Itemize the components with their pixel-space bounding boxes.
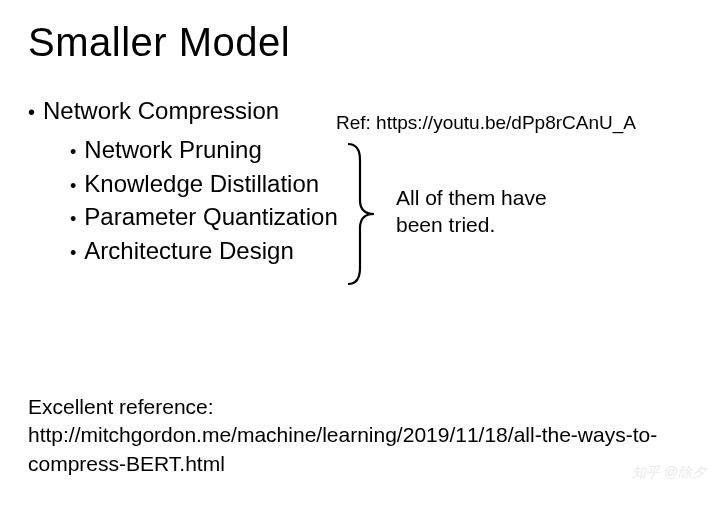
curly-brace-icon	[340, 140, 380, 288]
brace-annotation: All of them have been tried.	[396, 184, 547, 239]
sub-bullet-text: Architecture Design	[84, 234, 293, 268]
sub-bullet-text: Parameter Quantization	[84, 200, 337, 234]
bullet-dot-icon: •	[70, 140, 76, 165]
sub-bullet: • Parameter Quantization	[70, 200, 692, 234]
annotation-line-2: been tried.	[396, 211, 547, 238]
bullet-dot-icon: •	[70, 207, 76, 232]
watermark: 知乎 @除夕	[632, 464, 706, 482]
footer-reference: Excellent reference: http://mitchgordon.…	[28, 393, 692, 478]
main-bullet-text: Network Compression	[43, 97, 279, 125]
footer-reference-label: Excellent reference:	[28, 393, 692, 421]
bullet-dot-icon: •	[28, 101, 35, 124]
bullet-dot-icon: •	[70, 241, 76, 266]
slide-title: Smaller Model	[0, 0, 720, 65]
sub-bullet-text: Knowledge Distillation	[84, 167, 319, 201]
sub-bullet: • Knowledge Distillation	[70, 167, 692, 201]
reference-top: Ref: https://youtu.be/dPp8rCAnU_A	[336, 112, 636, 134]
sub-bullet: • Architecture Design	[70, 234, 692, 268]
sub-bullet: • Network Pruning	[70, 133, 692, 167]
bullet-dot-icon: •	[70, 174, 76, 199]
footer-reference-url: http://mitchgordon.me/machine/learning/2…	[28, 421, 692, 478]
annotation-line-1: All of them have	[396, 184, 547, 211]
sub-bullet-text: Network Pruning	[84, 133, 261, 167]
